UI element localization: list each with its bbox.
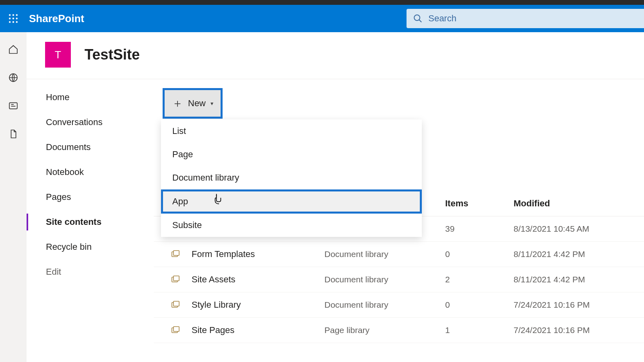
svg-point-6 bbox=[9, 21, 10, 23]
svg-point-5 bbox=[16, 18, 18, 19]
library-icon bbox=[163, 249, 192, 259]
dropdown-item-app-label: App bbox=[172, 196, 188, 206]
svg-line-10 bbox=[419, 20, 421, 22]
row-modified: 7/24/2021 10:16 PM bbox=[514, 300, 634, 310]
side-nav: Home Conversations Documents Notebook Pa… bbox=[27, 79, 154, 362]
sidebar-item-site-contents[interactable]: Site contents bbox=[27, 210, 154, 234]
dropdown-item-page[interactable]: Page bbox=[161, 143, 422, 166]
home-icon[interactable] bbox=[7, 43, 19, 56]
sidebar-item-pages[interactable]: Pages bbox=[27, 185, 154, 210]
row-items: 2 bbox=[445, 275, 514, 284]
cursor-icon bbox=[213, 194, 223, 206]
file-icon[interactable] bbox=[7, 128, 19, 140]
svg-point-0 bbox=[9, 14, 10, 16]
site-title[interactable]: TestSite bbox=[85, 46, 140, 63]
row-name: Form Templates bbox=[192, 249, 324, 259]
browser-chrome bbox=[0, 0, 644, 5]
app-launcher-button[interactable] bbox=[0, 5, 27, 32]
col-header-items[interactable]: Items bbox=[445, 198, 514, 209]
row-type: Document library bbox=[324, 249, 445, 259]
svg-point-3 bbox=[9, 18, 10, 19]
row-items: 0 bbox=[445, 249, 514, 259]
dropdown-item-app[interactable]: App bbox=[161, 189, 422, 214]
row-items: 1 bbox=[445, 325, 514, 335]
dropdown-item-document-library[interactable]: Document library bbox=[161, 166, 422, 189]
svg-rect-19 bbox=[173, 251, 179, 255]
sidebar-item-conversations[interactable]: Conversations bbox=[27, 110, 154, 135]
svg-point-7 bbox=[12, 21, 14, 23]
row-type: Page library bbox=[324, 325, 445, 335]
svg-rect-23 bbox=[173, 301, 179, 306]
row-modified: 7/24/2021 10:16 PM bbox=[514, 325, 634, 335]
svg-point-1 bbox=[12, 14, 14, 16]
svg-point-4 bbox=[12, 18, 14, 19]
table-row[interactable]: Site PagesPage library17/24/2021 10:16 P… bbox=[154, 318, 644, 343]
row-modified: 8/11/2021 4:42 PM bbox=[514, 275, 634, 284]
row-name: Site Assets bbox=[192, 274, 324, 285]
svg-point-9 bbox=[414, 15, 420, 21]
library-icon bbox=[163, 300, 192, 310]
library-icon bbox=[163, 275, 192, 284]
dropdown-item-subsite[interactable]: Subsite bbox=[161, 214, 422, 237]
svg-rect-21 bbox=[173, 276, 179, 281]
chevron-down-icon: ▾ bbox=[211, 100, 213, 107]
row-type: Document library bbox=[324, 300, 445, 310]
row-name: Site Pages bbox=[192, 325, 324, 335]
svg-rect-12 bbox=[9, 103, 17, 109]
new-button[interactable]: ＋ New ▾ bbox=[163, 88, 223, 119]
site-header: T TestSite bbox=[27, 32, 644, 79]
row-items: 0 bbox=[445, 300, 514, 310]
table-row[interactable]: Form TemplatesDocument library08/11/2021… bbox=[154, 242, 644, 267]
table-row[interactable]: Style LibraryDocument library07/24/2021 … bbox=[154, 292, 644, 318]
sidebar-item-notebook[interactable]: Notebook bbox=[27, 160, 154, 185]
col-header-modified[interactable]: Modified bbox=[514, 198, 634, 209]
svg-point-2 bbox=[16, 14, 18, 16]
app-name[interactable]: SharePoint bbox=[29, 12, 84, 25]
sidebar-item-documents[interactable]: Documents bbox=[27, 135, 154, 160]
new-button-label: New bbox=[188, 98, 206, 109]
table-row[interactable]: Site AssetsDocument library28/11/2021 4:… bbox=[154, 267, 644, 292]
row-modified: 8/11/2021 4:42 PM bbox=[514, 249, 634, 259]
library-icon bbox=[163, 325, 192, 335]
news-icon[interactable] bbox=[7, 100, 19, 112]
plus-icon: ＋ bbox=[172, 96, 183, 111]
dropdown-item-list[interactable]: List bbox=[161, 119, 422, 143]
left-rail bbox=[0, 32, 27, 362]
svg-rect-25 bbox=[173, 327, 179, 331]
sidebar-item-recycle-bin[interactable]: Recycle bin bbox=[27, 234, 154, 259]
search-icon bbox=[413, 13, 423, 24]
sidebar-edit-link[interactable]: Edit bbox=[27, 259, 154, 284]
search-box[interactable] bbox=[407, 9, 644, 28]
new-dropdown: List Page Document library App Subsite bbox=[161, 119, 422, 237]
search-input[interactable] bbox=[428, 13, 638, 24]
main-panel: ＋ New ▾ List Page Document library App bbox=[154, 79, 644, 362]
row-items: 39 bbox=[445, 224, 514, 234]
row-modified: 8/13/2021 10:45 AM bbox=[514, 224, 634, 234]
globe-icon[interactable] bbox=[7, 72, 19, 84]
site-logo[interactable]: T bbox=[45, 42, 71, 68]
row-name: Style Library bbox=[192, 300, 324, 310]
row-type: Document library bbox=[324, 275, 445, 284]
waffle-icon bbox=[8, 13, 19, 24]
sidebar-item-home[interactable]: Home bbox=[27, 85, 154, 110]
svg-point-8 bbox=[16, 21, 18, 23]
suite-bar: SharePoint bbox=[0, 5, 644, 32]
